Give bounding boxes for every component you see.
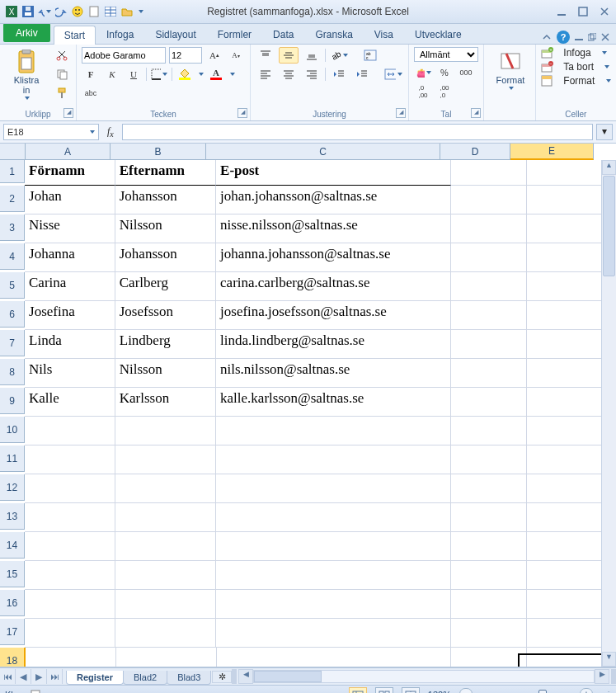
close-icon[interactable] bbox=[598, 5, 611, 18]
sheet-tab-register[interactable]: Register bbox=[66, 671, 124, 685]
cell[interactable] bbox=[25, 619, 115, 648]
cell[interactable] bbox=[25, 532, 115, 561]
sheet-nav-first-icon[interactable]: ⏮ bbox=[0, 669, 16, 684]
hscroll-splitter[interactable] bbox=[611, 669, 616, 684]
horizontal-scrollbar[interactable]: ◀ ▶ bbox=[238, 669, 609, 684]
phonetic-icon[interactable]: abc bbox=[82, 85, 100, 101]
align-middle-icon[interactable] bbox=[279, 47, 299, 64]
row-header[interactable]: 6 bbox=[0, 301, 25, 328]
comma-icon[interactable]: 000 bbox=[457, 64, 475, 81]
hscroll-thumb[interactable] bbox=[254, 671, 322, 682]
window-restore-icon[interactable] bbox=[588, 33, 596, 41]
cell[interactable]: carina.carlberg@saltnas.se bbox=[216, 272, 451, 301]
decrease-indent-icon[interactable] bbox=[329, 66, 349, 82]
smiley-icon[interactable] bbox=[71, 5, 84, 18]
cell[interactable]: Linda bbox=[25, 330, 115, 359]
view-normal-icon[interactable] bbox=[349, 687, 367, 693]
tab-sidlayout[interactable]: Sidlayout bbox=[144, 25, 206, 44]
qat-customize-icon[interactable] bbox=[139, 10, 143, 13]
cell[interactable] bbox=[25, 503, 115, 532]
font-name-input[interactable] bbox=[82, 47, 166, 64]
tab-visa[interactable]: Visa bbox=[364, 25, 404, 44]
cell[interactable] bbox=[451, 359, 527, 388]
align-center-icon[interactable] bbox=[279, 66, 299, 82]
cell[interactable] bbox=[451, 417, 527, 446]
cell[interactable]: Johansson bbox=[115, 243, 216, 272]
cell[interactable]: Carlberg bbox=[115, 272, 216, 301]
cell[interactable] bbox=[116, 648, 217, 667]
cell-styles-button[interactable]: Format bbox=[489, 47, 532, 90]
decrease-decimal-icon[interactable]: ,00,0 bbox=[435, 83, 454, 100]
cell[interactable] bbox=[451, 301, 527, 330]
cell[interactable] bbox=[216, 503, 451, 532]
cell[interactable]: Johansson bbox=[115, 186, 216, 214]
cell[interactable] bbox=[451, 503, 527, 532]
tab-start[interactable]: Start bbox=[54, 26, 96, 45]
row-header[interactable]: 9 bbox=[0, 388, 25, 414]
cell[interactable]: johanna.johansson@saltnas.se bbox=[216, 243, 451, 272]
cell[interactable]: E-post bbox=[216, 160, 451, 186]
cell[interactable] bbox=[451, 590, 527, 619]
col-header-A[interactable]: A bbox=[26, 144, 111, 160]
cell[interactable] bbox=[115, 590, 216, 619]
cell[interactable]: nisse.nilsson@saltnas.se bbox=[216, 214, 451, 243]
font-color-icon[interactable]: A bbox=[207, 66, 225, 82]
tab-utvecklare[interactable]: Utvecklare bbox=[404, 25, 473, 44]
cell[interactable] bbox=[216, 561, 451, 590]
cell[interactable]: johan.johansson@saltnas.se bbox=[216, 186, 451, 214]
minimize-icon[interactable] bbox=[555, 5, 568, 18]
tab-file[interactable]: Arkiv bbox=[3, 23, 50, 42]
hscroll-left-icon[interactable]: ◀ bbox=[238, 669, 253, 684]
borders-icon[interactable] bbox=[150, 66, 168, 82]
maximize-icon[interactable] bbox=[576, 5, 590, 18]
sheet-tab-blad2[interactable]: Blad2 bbox=[123, 671, 167, 685]
row-header[interactable]: 14 bbox=[0, 532, 25, 559]
cell[interactable] bbox=[115, 532, 216, 561]
scroll-down-icon[interactable]: ▼ bbox=[602, 652, 616, 667]
minimize-ribbon-icon[interactable] bbox=[542, 32, 552, 42]
cut-icon[interactable] bbox=[53, 47, 71, 64]
bold-button[interactable]: F bbox=[82, 66, 100, 82]
cell[interactable]: Efternamn bbox=[115, 160, 216, 186]
cell[interactable] bbox=[216, 417, 451, 446]
cell[interactable]: Nilsson bbox=[115, 359, 216, 388]
cell[interactable]: Josefsson bbox=[115, 301, 216, 330]
save-icon[interactable] bbox=[21, 5, 35, 18]
row-header[interactable]: 3 bbox=[0, 214, 25, 241]
underline-button[interactable]: U bbox=[125, 66, 143, 82]
fx-icon[interactable]: fx bbox=[102, 125, 119, 139]
sheet-nav-next-icon[interactable]: ▶ bbox=[31, 669, 47, 684]
sheet-tab-blad3[interactable]: Blad3 bbox=[167, 671, 211, 685]
cell[interactable] bbox=[217, 648, 451, 667]
align-bottom-icon[interactable] bbox=[302, 47, 322, 64]
cell[interactable] bbox=[115, 474, 216, 503]
cell[interactable] bbox=[115, 446, 216, 474]
row-header[interactable]: 1 bbox=[0, 160, 25, 183]
percent-icon[interactable]: % bbox=[435, 64, 454, 81]
cell[interactable] bbox=[451, 561, 527, 590]
help-icon[interactable]: ? bbox=[557, 31, 570, 44]
scroll-thumb[interactable] bbox=[603, 176, 615, 276]
macro-record-icon[interactable] bbox=[30, 689, 41, 693]
wrap-text-icon[interactable]: abc bbox=[360, 47, 380, 64]
view-page-layout-icon[interactable] bbox=[375, 687, 393, 693]
window-close2-icon[interactable] bbox=[601, 33, 609, 41]
cell[interactable] bbox=[451, 272, 527, 301]
cell[interactable] bbox=[25, 474, 115, 503]
col-header-B[interactable]: B bbox=[111, 144, 206, 160]
cell[interactable]: Kalle bbox=[25, 388, 115, 417]
row-header[interactable]: 4 bbox=[0, 243, 25, 270]
cell[interactable] bbox=[115, 561, 216, 590]
format-painter-icon[interactable] bbox=[53, 85, 71, 101]
row-header[interactable]: 17 bbox=[0, 619, 25, 645]
row-header[interactable]: 7 bbox=[0, 330, 25, 356]
cell[interactable] bbox=[451, 388, 527, 417]
view-page-break-icon[interactable] bbox=[402, 687, 420, 693]
cell[interactable] bbox=[216, 590, 451, 619]
align-top-icon[interactable] bbox=[256, 47, 275, 64]
fill-color-icon[interactable] bbox=[176, 66, 194, 82]
cell[interactable]: Lindberg bbox=[115, 330, 216, 359]
redo-icon[interactable] bbox=[54, 5, 68, 18]
zoom-level[interactable]: 130% bbox=[428, 690, 451, 693]
cell[interactable]: Johanna bbox=[25, 243, 115, 272]
